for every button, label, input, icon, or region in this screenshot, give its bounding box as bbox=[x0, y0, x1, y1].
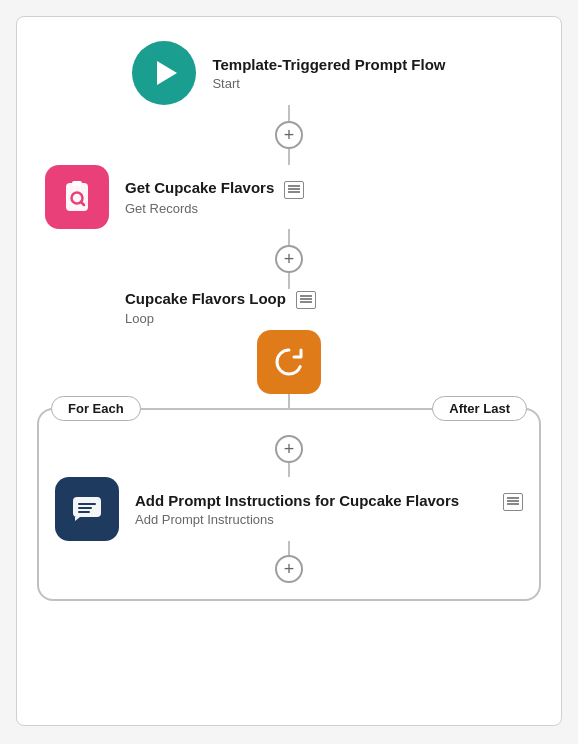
start-subtitle: Start bbox=[212, 76, 445, 91]
connector-2: + bbox=[37, 229, 541, 289]
loop-note-icon bbox=[296, 291, 316, 309]
get-cupcake-icon bbox=[45, 165, 109, 229]
add-prompt-node[interactable]: Add Prompt Instructions for Cupcake Flav… bbox=[51, 477, 527, 541]
loop-inner: + bbox=[39, 435, 539, 583]
after-last-label[interactable]: After Last bbox=[432, 396, 527, 421]
add-prompt-icon bbox=[55, 477, 119, 541]
add-button-2[interactable]: + bbox=[275, 245, 303, 273]
line-4 bbox=[288, 273, 290, 289]
add-button-4[interactable]: + bbox=[275, 555, 303, 583]
get-cupcake-title: Get Cupcake Flavors bbox=[125, 178, 533, 198]
loop-title: Cupcake Flavors Loop bbox=[125, 289, 533, 309]
add-button-3[interactable]: + bbox=[275, 435, 303, 463]
start-title: Template-Triggered Prompt Flow bbox=[212, 55, 445, 75]
add-prompt-label: Add Prompt Instructions for Cupcake Flav… bbox=[135, 491, 523, 528]
line-3 bbox=[288, 229, 290, 245]
loop-container: For Each After Last + bbox=[37, 326, 541, 601]
line-1 bbox=[288, 105, 290, 121]
loop-node-header[interactable]: Cupcake Flavors Loop Loop bbox=[37, 289, 541, 326]
loop-label-text: Cupcake Flavors Loop Loop bbox=[45, 289, 533, 326]
loop-subtitle: Loop bbox=[125, 311, 533, 326]
get-cupcake-subtitle: Get Records bbox=[125, 201, 533, 216]
start-icon[interactable] bbox=[132, 41, 196, 105]
add-prompt-subtitle: Add Prompt Instructions bbox=[135, 512, 523, 527]
svg-rect-0 bbox=[66, 183, 88, 211]
line-6 bbox=[288, 541, 290, 555]
loop-icon[interactable] bbox=[257, 330, 321, 394]
add-prompt-note-icon bbox=[503, 493, 523, 511]
search-clipboard-icon bbox=[60, 180, 94, 214]
get-cupcake-node[interactable]: Get Cupcake Flavors Get Records bbox=[37, 165, 541, 229]
connector-1: + bbox=[37, 105, 541, 165]
line-2 bbox=[288, 149, 290, 165]
refresh-icon bbox=[271, 344, 307, 380]
start-label: Template-Triggered Prompt Flow Start bbox=[212, 55, 445, 92]
line-5 bbox=[288, 463, 290, 477]
chat-icon bbox=[69, 491, 105, 527]
line-into-loop bbox=[288, 394, 290, 408]
get-cupcake-note-icon bbox=[284, 181, 304, 199]
loop-icon-wrapper bbox=[257, 330, 321, 408]
start-node: Template-Triggered Prompt Flow Start bbox=[132, 41, 445, 105]
loop-box: For Each After Last + bbox=[37, 408, 541, 601]
flow-canvas: Template-Triggered Prompt Flow Start + G… bbox=[16, 16, 562, 726]
add-button-1[interactable]: + bbox=[275, 121, 303, 149]
get-cupcake-label: Get Cupcake Flavors Get Records bbox=[125, 178, 533, 215]
play-triangle-icon bbox=[157, 61, 177, 85]
for-each-label[interactable]: For Each bbox=[51, 396, 141, 421]
svg-rect-1 bbox=[72, 181, 82, 186]
add-prompt-title: Add Prompt Instructions for Cupcake Flav… bbox=[135, 491, 523, 511]
